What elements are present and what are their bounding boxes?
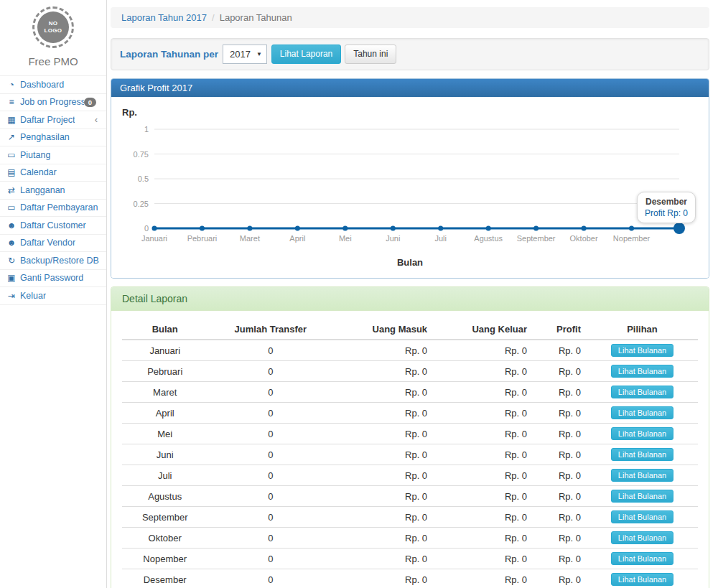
cell-jumlah_transfer: 0 <box>208 486 333 507</box>
sidebar-item-label: Daftar Customer <box>20 220 86 230</box>
view-monthly-button[interactable]: Lihat Bulanan <box>611 344 673 357</box>
cell-bulan: Pebruari <box>122 361 208 382</box>
cell-jumlah_transfer: 0 <box>208 424 333 444</box>
filter-label: Laporan Tahunan per <box>120 49 218 60</box>
sidebar: NO LOGO Free PMO ◔Dashboard≡Job on Progr… <box>0 0 107 588</box>
sidebar-item-daftar-customer[interactable]: ☻Daftar Customer <box>0 217 106 235</box>
view-monthly-button[interactable]: Lihat Bulanan <box>611 469 673 482</box>
sidebar-item-piutang[interactable]: ▭Piutang <box>0 146 106 164</box>
cell-pilihan: Lihat Bulanan <box>587 507 698 528</box>
sidebar-item-backup-restore-db[interactable]: ↻Backup/Restore DB <box>0 252 106 270</box>
svg-text:Agustus: Agustus <box>474 234 503 243</box>
cell-uang_keluar: Rp. 0 <box>433 528 533 549</box>
cell-profit: Rp. 0 <box>533 340 587 361</box>
app-logo: NO LOGO <box>0 6 106 48</box>
view-monthly-button[interactable]: Lihat Bulanan <box>611 448 673 461</box>
chevron-left-icon: ‹ <box>95 114 98 125</box>
svg-text:1: 1 <box>144 125 149 134</box>
svg-text:Oktober: Oktober <box>570 234 598 243</box>
sidebar-item-daftar-vendor[interactable]: ☻Daftar Vendor <box>0 235 106 253</box>
cell-profit: Rp. 0 <box>533 403 587 424</box>
cell-uang_keluar: Rp. 0 <box>433 569 533 588</box>
view-monthly-button[interactable]: Lihat Bulanan <box>611 490 673 503</box>
sidebar-item-keluar[interactable]: ⇥Keluar <box>0 287 106 305</box>
breadcrumb: Laporan Tahun 2017/Laporan Tahunan <box>111 7 709 28</box>
cell-profit: Rp. 0 <box>533 507 587 528</box>
cell-uang_masuk: Rp. 0 <box>333 507 433 528</box>
svg-text:0: 0 <box>144 224 149 233</box>
cell-pilihan: Lihat Bulanan <box>587 382 698 403</box>
table-row: Juli0Rp. 0Rp. 0Rp. 0Lihat Bulanan <box>122 465 698 486</box>
this-year-button[interactable]: Tahun ini <box>345 45 396 63</box>
sidebar-item-job-on-progress[interactable]: ≡Job on Progress0 <box>0 94 106 112</box>
chart-tooltip: Desember Profit Rp: 0 <box>637 192 696 223</box>
svg-text:Nopember: Nopember <box>613 234 651 243</box>
view-monthly-button[interactable]: Lihat Bulanan <box>611 427 673 440</box>
cell-profit: Rp. 0 <box>533 549 587 569</box>
cell-profit: Rp. 0 <box>533 486 587 507</box>
sidebar-item-penghasilan[interactable]: ↗Penghasilan <box>0 129 106 147</box>
cell-profit: Rp. 0 <box>533 465 587 486</box>
sidebar-item-label: Daftar Pembayaran <box>20 202 98 213</box>
column-header-uang-masuk: Uang Masuk <box>333 319 433 340</box>
cell-profit: Rp. 0 <box>533 424 587 444</box>
view-report-button[interactable]: Lihat Laporan <box>271 45 341 63</box>
view-monthly-button[interactable]: Lihat Bulanan <box>611 552 673 565</box>
sidebar-item-label: Ganti Password <box>20 273 83 283</box>
view-monthly-button[interactable]: Lihat Bulanan <box>611 406 673 419</box>
cell-uang_masuk: Rp. 0 <box>333 403 433 424</box>
sidebar-item-label: Calendar <box>20 167 57 177</box>
table-row: Nopember0Rp. 0Rp. 0Rp. 0Lihat Bulanan <box>122 549 698 569</box>
cell-profit: Rp. 0 <box>533 361 587 382</box>
sidebar-item-langganan[interactable]: ⇄Langganan <box>0 182 106 200</box>
cell-uang_keluar: Rp. 0 <box>433 507 533 528</box>
view-monthly-button[interactable]: Lihat Bulanan <box>611 386 673 398</box>
sidebar-item-daftar-project[interactable]: ▦Daftar Project‹ <box>0 111 106 129</box>
cell-jumlah_transfer: 0 <box>208 507 333 528</box>
svg-text:September: September <box>517 234 556 243</box>
column-header-profit: Profit <box>533 319 587 340</box>
view-monthly-button[interactable]: Lihat Bulanan <box>611 510 673 523</box>
table-row: Maret0Rp. 0Rp. 0Rp. 0Lihat Bulanan <box>122 382 698 403</box>
view-monthly-button[interactable]: Lihat Bulanan <box>611 531 673 544</box>
cell-uang_masuk: Rp. 0 <box>333 424 433 444</box>
chart-panel-title: Grafik Profit 2017 <box>111 79 709 97</box>
cell-uang_masuk: Rp. 0 <box>333 465 433 486</box>
users-icon: ☻ <box>6 238 17 248</box>
cell-jumlah_transfer: 0 <box>208 549 333 569</box>
sidebar-item-dashboard[interactable]: ◔Dashboard <box>0 76 106 94</box>
profit-line-chart[interactable]: 10.750.50.250JanuariPebruariMaretAprilMe… <box>122 119 698 257</box>
sidebar-item-daftar-pembayaran[interactable]: ▭Daftar Pembayaran <box>0 200 106 218</box>
cell-uang_keluar: Rp. 0 <box>433 465 533 486</box>
table-row: Agustus0Rp. 0Rp. 0Rp. 0Lihat Bulanan <box>122 486 698 507</box>
year-select[interactable]: 2017 ▼ <box>223 45 267 64</box>
sidebar-item-ganti-password[interactable]: ▣Ganti Password <box>0 270 106 288</box>
table-row: Januari0Rp. 0Rp. 0Rp. 0Lihat Bulanan <box>122 340 698 361</box>
breadcrumb-link-laporan-tahun[interactable]: Laporan Tahun 2017 <box>121 12 207 23</box>
view-monthly-button[interactable]: Lihat Bulanan <box>611 365 673 378</box>
svg-text:Mei: Mei <box>339 234 352 243</box>
table-row: September0Rp. 0Rp. 0Rp. 0Lihat Bulanan <box>122 507 698 528</box>
table-header-row: BulanJumlah TransferUang MasukUang Kelua… <box>122 319 698 340</box>
sidebar-item-calendar[interactable]: ▤Calendar <box>0 164 106 182</box>
svg-text:0.25: 0.25 <box>134 200 149 208</box>
sidebar-menu: ◔Dashboard≡Job on Progress0▦Daftar Proje… <box>0 75 106 305</box>
sidebar-item-label: Dashboard <box>20 80 64 90</box>
cell-uang_masuk: Rp. 0 <box>333 549 433 569</box>
sign-out-icon: ⇥ <box>6 291 17 301</box>
cell-uang_masuk: Rp. 0 <box>333 486 433 507</box>
cell-pilihan: Lihat Bulanan <box>587 403 698 424</box>
svg-text:Juni: Juni <box>386 234 400 243</box>
cell-uang_keluar: Rp. 0 <box>433 382 533 403</box>
cell-bulan: Desember <box>122 569 208 588</box>
lock-icon: ▣ <box>6 273 17 283</box>
column-header-jumlah-transfer: Jumlah Transfer <box>208 319 333 340</box>
table-row: Mei0Rp. 0Rp. 0Rp. 0Lihat Bulanan <box>122 424 698 444</box>
svg-text:Januari: Januari <box>141 234 167 243</box>
table-row: Pebruari0Rp. 0Rp. 0Rp. 0Lihat Bulanan <box>122 361 698 382</box>
cell-uang_masuk: Rp. 0 <box>333 340 433 361</box>
view-monthly-button[interactable]: Lihat Bulanan <box>611 573 673 586</box>
cell-pilihan: Lihat Bulanan <box>587 424 698 444</box>
filter-bar: Laporan Tahunan per 2017 ▼ Lihat Laporan… <box>111 38 709 70</box>
cell-pilihan: Lihat Bulanan <box>587 444 698 465</box>
